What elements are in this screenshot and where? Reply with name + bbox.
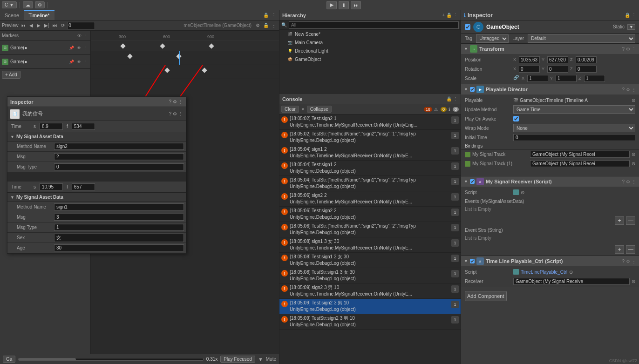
- play-button[interactable]: ▶: [326, 1, 337, 9]
- tc-receiver-link-btn[interactable]: ⊙: [632, 279, 635, 284]
- add-component-button[interactable]: Add Component: [465, 291, 507, 301]
- scale-x-value[interactable]: 1: [527, 75, 548, 82]
- console-item-9[interactable]: ! [18:05:08] Test:sign1 3 女 30 UnityEngi…: [279, 253, 461, 268]
- loop-btn[interactable]: ⟳: [60, 22, 66, 28]
- tree-item-camera[interactable]: 📷 Main Camera: [279, 38, 461, 47]
- tree-item-scene[interactable]: 🎬 New Scene*: [279, 30, 461, 38]
- playable-link-btn[interactable]: ⊙: [632, 98, 635, 103]
- fi-file-help-btn[interactable]: ?: [169, 111, 171, 116]
- prev-track-btn[interactable]: ⏮: [20, 22, 27, 28]
- play-btn-tl[interactable]: ▶: [35, 22, 42, 28]
- binding2-link-btn[interactable]: ⊙: [632, 161, 635, 166]
- fi-file-more-btn[interactable]: ⋮: [178, 111, 183, 116]
- events-add-btn[interactable]: +: [615, 216, 624, 225]
- clear-button[interactable]: Clear: [281, 106, 299, 113]
- sr-active-checkbox[interactable]: [470, 179, 475, 184]
- timeline-more-icon[interactable]: ⋮: [271, 23, 277, 28]
- time-s-val-2[interactable]: 10.95: [40, 183, 63, 190]
- tree-item-light[interactable]: 💡 Directional Light: [279, 47, 461, 55]
- console-item-0[interactable]: ! [18:05:02] Test:sign2 1 UnityEngine.Ti…: [279, 115, 461, 130]
- tc-script-link-btn[interactable]: ⊙: [569, 270, 573, 275]
- console-item-2[interactable]: ! [18:05:04] sign1 2 UnityEngine.Timelin…: [279, 145, 461, 161]
- static-dropdown[interactable]: ▼: [627, 24, 635, 30]
- transform-header[interactable]: ▼ ↔ Transform ? ⚙ ⋮: [461, 44, 639, 54]
- lock-icon[interactable]: 🔒: [262, 13, 270, 18]
- wrap-mode-dropdown[interactable]: None: [513, 124, 635, 132]
- pd-more-btn[interactable]: ⋮: [632, 87, 636, 92]
- events-remove-btn[interactable]: —: [626, 216, 635, 225]
- next-track-btn[interactable]: ⏭: [51, 22, 59, 28]
- sr-more-btn[interactable]: ⋮: [632, 179, 636, 184]
- console-item-12[interactable]: ! [18:05:09] Test:sign2 3 男 10 UnityEngi…: [279, 299, 461, 314]
- console-item-1[interactable]: ! [18:05:02] TestStr:{"methodName":"sign…: [279, 130, 461, 145]
- inspector-lock-icon[interactable]: 🔒: [625, 13, 630, 18]
- track1-eye-btn[interactable]: 👁: [76, 46, 82, 50]
- timeline-tab[interactable]: Timeline*: [24, 10, 54, 20]
- strs-remove-btn[interactable]: —: [626, 245, 635, 254]
- field1-value-2[interactable]: 0: [54, 163, 184, 170]
- settings-btn[interactable]: ⚙: [35, 1, 45, 8]
- tc-active-checkbox[interactable]: [470, 259, 475, 263]
- console-item-7[interactable]: ! [18:05:06] TestStr:{"methodName":"sign…: [279, 222, 461, 237]
- fi-settings-btn[interactable]: ⚙: [173, 99, 177, 104]
- console-item-6[interactable]: ! [18:05:06] Test:sign2 2 UnityEngine.De…: [279, 207, 461, 222]
- pos-y-value[interactable]: 627.920: [547, 56, 568, 63]
- layer-dropdown[interactable]: Default: [528, 34, 635, 43]
- console-item-13[interactable]: ! [18:05:09] TestStr:sign2 3 男 10 UnityE…: [279, 314, 461, 330]
- inspector-more-icon[interactable]: ⋮: [632, 13, 636, 18]
- console-item-4[interactable]: ! [18:05:04] TestStr:{"methodName":"sign…: [279, 176, 461, 191]
- c-dropdown[interactable]: C ▼: [2, 1, 17, 8]
- collapse-button[interactable]: Collapse: [307, 106, 332, 113]
- rot-z-value[interactable]: 0: [576, 66, 597, 73]
- time-input[interactable]: [67, 22, 95, 29]
- console-item-11[interactable]: ! [18:05:09] sign2 3 男 10 UnityEngine.Ti…: [279, 283, 461, 299]
- console-more-icon[interactable]: ⋮: [453, 96, 458, 101]
- field2-value-4[interactable]: 30: [54, 244, 184, 251]
- timeline-settings-btn[interactable]: ⚙: [254, 22, 261, 28]
- sr-header[interactable]: ▼ # My Signal Receiver (Script) ? ⚙ ⋮: [461, 176, 639, 187]
- pause-button[interactable]: ⏸: [339, 1, 349, 9]
- section-header-1[interactable]: ▼ My Signal Asset Data: [7, 132, 186, 142]
- console-item-5[interactable]: ! [18:05:06] sign2 2 UnityEngine.Timelin…: [279, 191, 461, 207]
- transform-more-btn[interactable]: ⋮: [632, 47, 636, 52]
- scale-y-value[interactable]: 1: [556, 75, 577, 82]
- field2-value-1[interactable]: 3: [54, 214, 184, 221]
- hierarchy-lock-icon[interactable]: 🔒: [446, 13, 452, 18]
- cloud-btn[interactable]: ☁: [23, 1, 33, 8]
- track1-more-btn[interactable]: ⋮: [83, 46, 88, 50]
- scale-z-value[interactable]: 1: [584, 75, 605, 82]
- tree-item-gameobject[interactable]: 📦 GameObject: [279, 55, 461, 63]
- fi-help-btn[interactable]: ?: [169, 99, 171, 104]
- field2-value-2[interactable]: 1: [54, 224, 184, 231]
- time-f-val-2[interactable]: 657: [72, 183, 95, 190]
- dropdown-arrow[interactable]: ▼: [258, 357, 263, 362]
- update-method-dropdown[interactable]: Game Time: [513, 105, 635, 114]
- console-item-8[interactable]: ! [18:05:08] sign1 3 女 30 UnityEngine.Ti…: [279, 237, 461, 253]
- console-item-10[interactable]: ! [18:05:08] TestStr:sign1 3 女 30 UnityE…: [279, 268, 461, 283]
- track1-pin-btn[interactable]: 📌: [68, 46, 75, 50]
- rot-y-value[interactable]: 0: [547, 66, 568, 73]
- track2-eye-btn[interactable]: 👁: [76, 60, 82, 64]
- pos-z-value[interactable]: 0.00209: [576, 56, 597, 63]
- section-header-2[interactable]: ▼ My Signal Asset Data: [7, 193, 186, 202]
- prev-frame-btn[interactable]: ◀: [28, 22, 34, 28]
- marker-more-icon[interactable]: ⋮: [83, 34, 88, 38]
- field1-value-1[interactable]: 2: [54, 153, 184, 160]
- track2-more-btn[interactable]: ⋮: [83, 60, 88, 64]
- transform-settings-btn[interactable]: ⚙: [626, 47, 630, 52]
- sr-settings-btn[interactable]: ⚙: [626, 179, 630, 184]
- field2-value-3[interactable]: 女: [54, 234, 184, 242]
- gameobject-active-checkbox[interactable]: [465, 24, 470, 30]
- pos-x-value[interactable]: 1035.63: [519, 56, 540, 63]
- initial-time-value[interactable]: 0: [513, 134, 635, 141]
- add-track-btn[interactable]: + Add: [2, 71, 20, 79]
- tc-settings-btn[interactable]: ⚙: [626, 259, 630, 264]
- ga-icon[interactable]: Ga: [3, 356, 15, 363]
- rot-x-value[interactable]: 0: [519, 66, 540, 73]
- hierarchy-add-btn[interactable]: +: [442, 13, 445, 18]
- field2-value-0[interactable]: sign1: [54, 203, 184, 210]
- pd-help-btn[interactable]: ?: [622, 87, 625, 92]
- track2-pin-btn[interactable]: 📌: [68, 60, 75, 64]
- time-s-val-1[interactable]: 8.9: [40, 123, 63, 130]
- more-icon[interactable]: ⋮: [271, 13, 277, 18]
